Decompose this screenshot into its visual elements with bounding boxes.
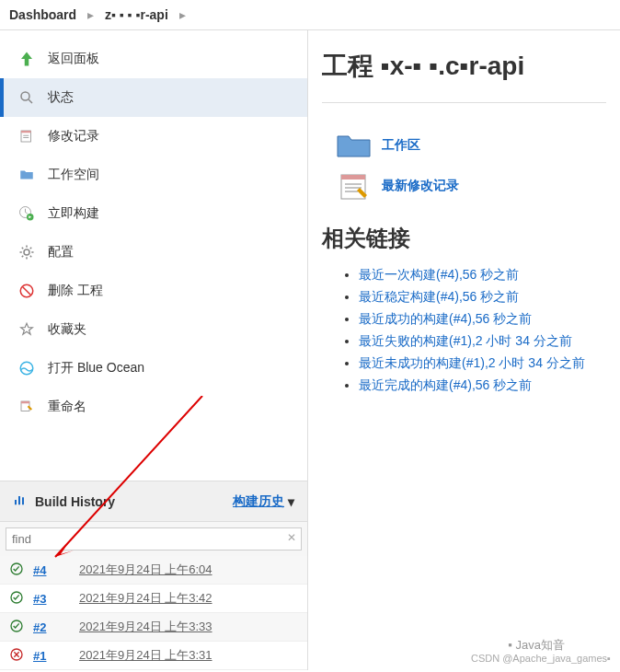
sidebar-item-workspace[interactable]: 工作空间 xyxy=(0,156,307,194)
notepad-icon xyxy=(17,126,37,146)
build-time[interactable]: 2021年9月24日 上午3:31 xyxy=(79,647,212,664)
svg-point-8 xyxy=(24,249,29,255)
success-icon xyxy=(9,590,26,607)
sidebar-item-favorites[interactable]: 收藏夹 xyxy=(0,310,307,349)
divider xyxy=(322,102,606,103)
build-item[interactable]: #4 2021年9月24日 上午6:04 xyxy=(0,556,307,585)
sidebar-item-label: 工作空间 xyxy=(48,167,99,183)
clear-icon[interactable]: ✕ xyxy=(287,531,296,544)
build-number[interactable]: #2 xyxy=(33,620,70,634)
changes-link[interactable]: 最新修改记录 xyxy=(336,171,606,201)
svg-rect-3 xyxy=(21,131,31,133)
svg-rect-13 xyxy=(21,401,29,403)
sidebar-item-changes[interactable]: 修改记录 xyxy=(0,117,307,156)
build-history-link[interactable]: 构建历史 xyxy=(233,493,284,510)
edit-icon xyxy=(17,397,37,417)
build-time[interactable]: 2021年9月24日 上午6:04 xyxy=(79,562,212,578)
page-title: 工程 ▪x-▪ ▪.c▪r-api xyxy=(322,49,606,84)
build-number[interactable]: #4 xyxy=(33,563,70,577)
star-icon xyxy=(17,319,37,340)
build-history-title: Build History xyxy=(35,494,115,509)
build-time[interactable]: 2021年9月24日 上午3:42 xyxy=(79,590,212,607)
find-input[interactable] xyxy=(6,527,302,550)
sidebar-item-label: 状态 xyxy=(48,89,74,106)
workspace-link[interactable]: 工作区 xyxy=(336,131,606,160)
chevron-right-icon: ▸ xyxy=(87,7,94,22)
related-link[interactable]: 最近完成的构建(#4),56 秒之前 xyxy=(359,377,532,392)
workspace-label: 工作区 xyxy=(382,137,420,154)
related-link[interactable]: 最近成功的构建(#4),56 秒之前 xyxy=(359,311,532,326)
failed-icon xyxy=(9,647,26,664)
breadcrumb-dashboard[interactable]: Dashboard xyxy=(9,7,76,22)
sidebar-item-label: 立即构建 xyxy=(48,205,99,222)
folder-icon xyxy=(336,131,373,160)
folder-icon xyxy=(17,165,37,185)
arrow-up-icon xyxy=(17,49,37,69)
svg-point-0 xyxy=(21,92,29,100)
build-item[interactable]: #2 2021年9月24日 上午3:33 xyxy=(0,613,307,642)
sidebar-item-label: 重命名 xyxy=(48,399,86,415)
changes-label: 最新修改记录 xyxy=(382,178,459,194)
gear-icon xyxy=(17,242,37,262)
sidebar-item-label: 配置 xyxy=(48,244,74,261)
related-title: 相关链接 xyxy=(322,224,606,253)
sidebar-item-back[interactable]: 返回面板 xyxy=(0,40,307,78)
sidebar-item-build-now[interactable]: 立即构建 xyxy=(0,194,307,233)
chevron-down-icon: ▾ xyxy=(288,494,294,509)
sidebar-item-label: 收藏夹 xyxy=(48,321,86,338)
build-history-header: Build History 构建历史 ▾ xyxy=(0,481,307,522)
blueocean-icon xyxy=(17,358,37,378)
sidebar-item-blueocean[interactable]: 打开 Blue Ocean xyxy=(0,349,307,388)
sidebar-item-configure[interactable]: 配置 xyxy=(0,233,307,272)
sidebar-item-rename[interactable]: 重命名 xyxy=(0,388,307,426)
breadcrumb: Dashboard ▸ z▪ ▪ ▪ ▪r-api ▸ xyxy=(0,0,620,30)
main-content: 工程 ▪x-▪ ▪.c▪r-api 工作区 最新修改记录 相关链接 最近一次构建… xyxy=(308,30,620,670)
svg-line-10 xyxy=(23,287,31,295)
sidebar-item-delete[interactable]: 删除 工程 xyxy=(0,272,307,310)
svg-rect-19 xyxy=(341,175,365,180)
build-item[interactable]: #1 2021年9月24日 上午3:31 xyxy=(0,642,307,670)
related-link[interactable]: 最近失败的构建(#1),2 小时 34 分之前 xyxy=(359,333,572,348)
trend-icon[interactable] xyxy=(13,492,28,510)
notepad-icon xyxy=(336,171,373,201)
sidebar-item-label: 修改记录 xyxy=(48,128,99,145)
breadcrumb-project[interactable]: z▪ ▪ ▪ ▪r-api xyxy=(105,7,168,22)
build-item[interactable]: #3 2021年9月24日 上午3:42 xyxy=(0,585,307,613)
watermark-text: CSDN @Apache_java_games▪ xyxy=(471,652,611,665)
related-link[interactable]: 最近稳定构建(#4),56 秒之前 xyxy=(359,289,519,304)
success-icon xyxy=(9,562,26,578)
build-number[interactable]: #1 xyxy=(33,649,70,663)
sidebar-item-label: 返回面板 xyxy=(48,51,99,67)
related-link[interactable]: 最近未成功的构建(#1),2 小时 34 分之前 xyxy=(359,355,585,370)
svg-line-1 xyxy=(29,99,32,103)
chevron-right-icon: ▸ xyxy=(179,7,186,22)
search-icon xyxy=(17,87,37,108)
sidebar-item-label: 删除 工程 xyxy=(48,283,103,299)
sidebar: 返回面板 状态 修改记录 工作空间 立即构建 配置 xyxy=(0,30,308,670)
delete-icon xyxy=(17,281,37,301)
build-number[interactable]: #3 xyxy=(33,592,70,606)
success-icon xyxy=(9,619,26,635)
sidebar-item-label: 打开 Blue Ocean xyxy=(48,360,144,377)
find-row: ✕ xyxy=(0,522,307,556)
build-time[interactable]: 2021年9月24日 上午3:33 xyxy=(79,619,212,635)
clock-play-icon xyxy=(17,203,37,224)
related-link[interactable]: 最近一次构建(#4),56 秒之前 xyxy=(359,267,519,282)
sidebar-item-status[interactable]: 状态 xyxy=(0,78,307,117)
